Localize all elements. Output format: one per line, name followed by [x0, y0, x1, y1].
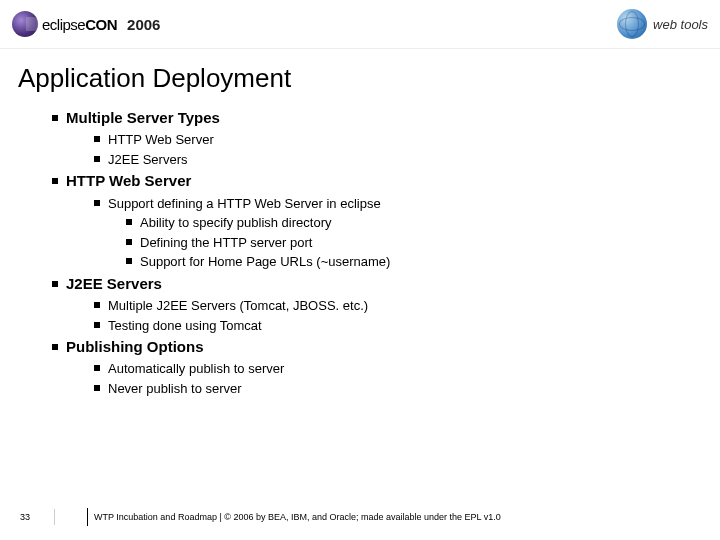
- bullet-icon: [94, 385, 100, 391]
- bullet-icon: [52, 281, 58, 287]
- bullet-icon: [126, 239, 132, 245]
- bullet-text: Support defining a HTTP Web Server in ec…: [108, 195, 381, 213]
- heading-text: Multiple Server Types: [66, 108, 220, 128]
- bullet-item: Multiple J2EE Servers (Tomcat, JBOSS. et…: [94, 297, 700, 315]
- bullet-icon: [52, 344, 58, 350]
- bullet-text: Multiple J2EE Servers (Tomcat, JBOSS. et…: [108, 297, 368, 315]
- sub-bullet-item: Ability to specify publish directory: [126, 214, 700, 232]
- bullet-icon: [94, 365, 100, 371]
- bullet-text: Never publish to server: [108, 380, 242, 398]
- bullet-text: HTTP Web Server: [108, 131, 214, 149]
- footer-text: WTP Incubation and Roadmap | © 2006 by B…: [94, 512, 501, 522]
- slide-title: Application Deployment: [18, 63, 720, 94]
- brand-name: eclipseCON: [42, 16, 117, 33]
- conference-year: 2006: [127, 16, 160, 33]
- slide-content: Multiple Server TypesHTTP Web ServerJ2EE…: [52, 108, 700, 397]
- bullet-icon: [94, 302, 100, 308]
- bullet-item: J2EE Servers: [94, 151, 700, 169]
- heading-text: J2EE Servers: [66, 274, 162, 294]
- section-heading: Multiple Server Types: [52, 108, 700, 128]
- bullet-text: Support for Home Page URLs (~username): [140, 253, 390, 271]
- bullet-icon: [94, 156, 100, 162]
- bullet-item: Automatically publish to server: [94, 360, 700, 378]
- bullet-icon: [94, 136, 100, 142]
- bullet-text: Testing done using Tomcat: [108, 317, 262, 335]
- bullet-item: Testing done using Tomcat: [94, 317, 700, 335]
- separator-icon: [87, 508, 88, 526]
- sub-bullet-item: Defining the HTTP server port: [126, 234, 700, 252]
- bullet-icon: [126, 258, 132, 264]
- section-heading: J2EE Servers: [52, 274, 700, 294]
- webtools-label: web tools: [653, 17, 708, 32]
- logo-left: eclipseCON 2006: [12, 11, 160, 37]
- page-number: 33: [0, 512, 50, 522]
- bullet-text: J2EE Servers: [108, 151, 187, 169]
- bullet-icon: [52, 115, 58, 121]
- section-heading: HTTP Web Server: [52, 171, 700, 191]
- bullet-icon: [94, 322, 100, 328]
- separator-icon: [54, 509, 55, 525]
- bullet-icon: [126, 219, 132, 225]
- globe-icon: [617, 9, 647, 39]
- eclipse-icon: [12, 11, 38, 37]
- bullet-icon: [52, 178, 58, 184]
- header: eclipseCON 2006 web tools: [0, 0, 720, 49]
- bullet-item: Never publish to server: [94, 380, 700, 398]
- bullet-icon: [94, 200, 100, 206]
- sub-bullet-item: Support for Home Page URLs (~username): [126, 253, 700, 271]
- bullet-text: Defining the HTTP server port: [140, 234, 312, 252]
- footer: 33 WTP Incubation and Roadmap | © 2006 b…: [0, 508, 720, 526]
- section-heading: Publishing Options: [52, 337, 700, 357]
- bullet-item: HTTP Web Server: [94, 131, 700, 149]
- logo-right: web tools: [617, 9, 708, 39]
- bullet-item: Support defining a HTTP Web Server in ec…: [94, 195, 700, 213]
- bullet-text: Ability to specify publish directory: [140, 214, 331, 232]
- heading-text: Publishing Options: [66, 337, 204, 357]
- heading-text: HTTP Web Server: [66, 171, 191, 191]
- bullet-text: Automatically publish to server: [108, 360, 284, 378]
